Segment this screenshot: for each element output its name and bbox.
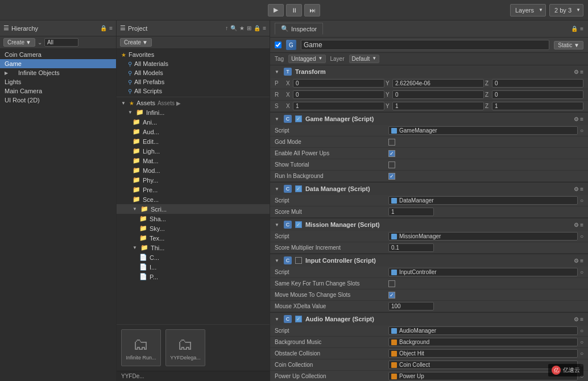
gm-show-tutorial-checkbox[interactable] [388,161,395,168]
folder-mat[interactable]: 📁 Mat... [117,156,270,165]
mm-script-circle[interactable]: ○ [580,233,583,239]
project-action-1[interactable]: ↑ [225,25,228,31]
dm-score-mult-input[interactable] [388,208,434,216]
folder-pre[interactable]: 📁 Pre... [117,185,270,194]
gm-script-circle[interactable]: ○ [580,127,583,134]
data-manager-header[interactable]: ▼ C ✓ Data Manager (Script) ⚙ ≡ [270,183,588,195]
folder-ani[interactable]: 📁 Ani... [117,117,270,127]
layer-dropdown[interactable]: Default ▼ [349,55,380,63]
input-controller-header[interactable]: ▼ C Input Controller (Script) ⚙ ≡ [270,254,588,267]
ic-script-object[interactable]: InputController [388,268,578,276]
gm-enabled-checkbox[interactable]: ✓ [295,115,302,122]
ic-same-key-checkbox[interactable] [388,280,395,287]
hierarchy-item-main-camera[interactable]: Main Camera [0,86,116,96]
dm-enabled-checkbox[interactable]: ✓ [295,185,302,192]
gm-script-object[interactable]: GameManager [388,126,578,135]
mm-enabled-checkbox[interactable]: ✓ [295,221,302,228]
am-script-object[interactable]: AudioManager [388,326,578,335]
mm-settings[interactable]: ⚙ ≡ [574,222,583,228]
tab-inspector[interactable]: 🔍 Inspector [275,23,323,35]
gm-god-mode-checkbox[interactable] [388,139,395,146]
sub-item-2[interactable]: 📄 I... [117,262,270,272]
ic-script-circle[interactable]: ○ [580,269,583,275]
project-action-3[interactable]: ★ [239,25,245,31]
folder-edit[interactable]: 📁 Edit... [117,136,270,146]
folder-scri[interactable]: ▼ 📁 Scri... [117,204,270,214]
thumbnail-yyfdelega[interactable]: 🗂 YYFDelega... [165,329,205,366]
mission-manager-header[interactable]: ▼ C ✓ Mission Manager (Script) ⚙ ≡ [270,218,588,231]
audio-manager-header[interactable]: ▼ C ✓ Audio Manager (Script) ⚙ ≡ [270,313,588,325]
step-button[interactable]: ⏭ [304,4,320,16]
project-lock-icon[interactable]: 🔒 [254,25,260,31]
folder-tex[interactable]: 📁 Tex... [117,233,270,243]
scale-z-input[interactable] [492,102,583,110]
am-obstacle-obj[interactable]: Object Hit [388,349,578,358]
am-enabled-checkbox[interactable]: ✓ [295,316,302,322]
hierarchy-item-ui-root[interactable]: UI Root (2D) [0,96,116,105]
sub-item-1[interactable]: 📄 C... [117,252,270,262]
scale-y-input[interactable] [392,102,484,110]
mm-score-mult-input[interactable] [388,243,434,252]
folder-sce[interactable]: 📁 Sce... [117,194,270,204]
rot-x-input[interactable] [293,90,384,99]
dm-settings[interactable]: ⚙ ≡ [574,186,583,192]
folder-infinite[interactable]: ▼ 📁 Infini... [117,107,270,117]
pos-z-input[interactable] [492,79,583,88]
hierarchy-item-infinite-objects[interactable]: ▶ Infinite Objects [0,68,116,77]
favorites-header[interactable]: ★ Favorites [117,50,270,59]
layout-dropdown[interactable]: 2 by 3 ▼ [549,4,583,16]
folder-aud[interactable]: 📁 Aud... [117,127,270,136]
go-name-input[interactable] [301,40,549,50]
rot-y-input[interactable] [392,90,484,99]
folder-mod[interactable]: 📁 Mod... [117,165,270,175]
project-action-4[interactable]: ⊞ [247,25,251,31]
folder-ligh[interactable]: 📁 Ligh... [117,146,270,156]
hierarchy-more-icon[interactable]: ≡ [109,25,113,31]
project-more-icon[interactable]: ≡ [263,25,266,31]
rot-z-input[interactable] [492,90,583,99]
gm-run-background-checkbox[interactable]: ✓ [388,173,395,180]
am-script-circle[interactable]: ○ [580,328,583,334]
am-bg-music-object[interactable]: Background [388,338,578,346]
am-obstacle-circle[interactable]: ○ [580,350,583,357]
ic-enabled-checkbox[interactable] [295,257,302,264]
static-button[interactable]: Static ▼ [554,41,583,49]
folder-sky[interactable]: 📁 Sky... [117,223,270,233]
layers-dropdown[interactable]: Layers ▼ [510,4,546,16]
ic-settings[interactable]: ⚙ ≡ [574,258,583,264]
sub-item-3[interactable]: 📄 P... [117,272,270,281]
pos-x-input[interactable] [293,79,384,88]
gm-enable-powerups-checkbox[interactable]: ✓ [388,150,395,157]
project-create-button[interactable]: Create ▼ [120,38,152,47]
hierarchy-create-button[interactable]: Create ▼ [3,38,35,47]
folder-sha[interactable]: 📁 Sha... [117,214,270,223]
pos-y-input[interactable] [392,79,484,88]
pause-button[interactable]: ⏸ [286,4,302,16]
transform-header[interactable]: ▼ T Transform ⚙ ≡ [270,65,588,78]
scale-x-input[interactable] [293,102,384,110]
inspector-more-icon[interactable]: ≡ [580,26,583,32]
project-menu-icon[interactable]: ☰ [120,24,126,32]
am-bg-music-circle[interactable]: ○ [580,339,583,345]
fav-all-prefabs[interactable]: ⚲ All Prefabs [117,77,270,86]
transform-settings[interactable]: ⚙ ≡ [574,69,583,75]
hierarchy-item-game[interactable]: Game [0,59,116,68]
tag-dropdown[interactable]: Untagged ▼ [288,55,325,63]
ic-move-mouse-checkbox[interactable]: ✓ [388,292,395,299]
assets-header[interactable]: ▼ ★ Assets Assets ▶ [117,98,270,107]
folder-thi[interactable]: ▼ 📁 Thi... [117,243,270,252]
hierarchy-search-input[interactable] [44,38,78,47]
fav-all-scripts[interactable]: ⚲ All Scripts [117,86,270,96]
go-active-checkbox[interactable] [275,42,281,48]
hierarchy-lock-icon[interactable]: 🔒 [100,25,107,31]
inspector-lock-icon[interactable]: 🔒 [571,26,578,32]
ic-mouse-xdelta-input[interactable] [388,302,434,310]
play-button[interactable]: ▶ [268,4,284,16]
dm-script-object[interactable]: DataManager [388,196,578,205]
hierarchy-item-lights[interactable]: Lights [0,77,116,86]
fav-all-models[interactable]: ⚲ All Models [117,68,270,77]
thumbnail-infinite-run[interactable]: 🗂 Infinite Run... [121,329,161,366]
folder-phy[interactable]: 📁 Phy... [117,175,270,185]
project-action-2[interactable]: 🔍 [230,25,237,31]
dm-script-circle[interactable]: ○ [580,197,583,204]
